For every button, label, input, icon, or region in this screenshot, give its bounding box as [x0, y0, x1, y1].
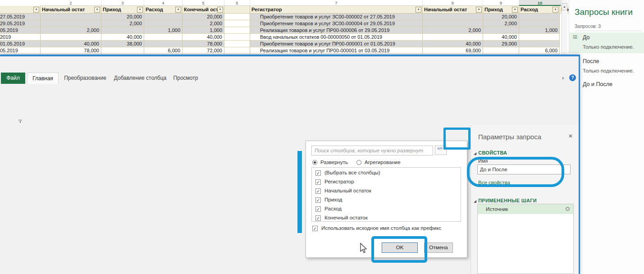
- column-checkbox-item[interactable]: ✓Приход: [315, 196, 460, 206]
- excel-cell[interactable]: [144, 20, 183, 27]
- excel-filter-header[interactable]: Начальный остат▾: [41, 6, 101, 14]
- excel-cell[interactable]: 05.2019: [0, 27, 41, 34]
- excel-cell[interactable]: 40,000: [483, 34, 519, 41]
- excel-cell[interactable]: [41, 20, 101, 27]
- scroll-up-icon[interactable]: ▲: [562, 3, 567, 10]
- checkbox-icon[interactable]: ✓: [315, 215, 321, 221]
- excel-cell[interactable]: [224, 41, 250, 47]
- column-checkbox-item[interactable]: ✓Регистратор: [315, 178, 460, 187]
- excel-cell[interactable]: 20,000: [483, 14, 519, 20]
- tab-add-column[interactable]: Добавление столбца: [112, 73, 169, 84]
- excel-cell[interactable]: 38,000: [101, 41, 144, 47]
- properties-section-header[interactable]: ◢СВОЙСТВА: [474, 148, 507, 156]
- excel-filter-header[interactable]: Конечный остат▾: [183, 6, 224, 14]
- checkbox-icon[interactable]: ✓: [315, 170, 321, 176]
- excel-cell[interactable]: 20,000: [101, 14, 144, 20]
- applied-steps-section-header[interactable]: ◢ПРИМЕНЕННЫЕ ШАГИ: [474, 196, 537, 204]
- tab-file[interactable]: Файл: [1, 73, 25, 84]
- tab-home[interactable]: Главная: [27, 73, 59, 84]
- checkbox-icon[interactable]: ✓: [315, 188, 321, 194]
- query-item-1[interactable]: До: [583, 34, 590, 41]
- excel-cell[interactable]: 1,000: [519, 27, 560, 34]
- excel-column-header-6[interactable]: 6: [224, 0, 250, 6]
- column-search-input[interactable]: Поиск столбцов, которые нужно развернут: [311, 146, 433, 155]
- excel-cell[interactable]: [41, 34, 101, 41]
- excel-cell[interactable]: 01.05.2019: [0, 41, 41, 47]
- excel-cell[interactable]: 29.05.2019: [0, 20, 41, 27]
- excel-cell[interactable]: 1,000: [183, 27, 224, 34]
- settings-close-icon[interactable]: ✕: [568, 133, 573, 139]
- excel-column-header-3[interactable]: 3: [101, 0, 144, 6]
- step-source[interactable]: Источник: [478, 204, 573, 214]
- excel-cell[interactable]: [101, 47, 144, 54]
- filter-dropdown-icon[interactable]: ▾: [512, 7, 518, 13]
- cancel-button[interactable]: Отмена: [424, 242, 453, 253]
- excel-cell[interactable]: 2,000: [101, 20, 144, 27]
- step-gear-icon[interactable]: [566, 207, 570, 211]
- query-item-3[interactable]: До и После: [583, 81, 612, 87]
- excel-filter-header[interactable]: Регистратор▾: [250, 6, 423, 14]
- excel-cell[interactable]: [483, 47, 519, 54]
- excel-cell[interactable]: 29,000: [483, 41, 519, 47]
- excel-cell[interactable]: [423, 14, 483, 20]
- excel-column-header-5[interactable]: 5: [183, 0, 224, 6]
- column-checkbox-item[interactable]: ✓Конечный остаток: [315, 215, 460, 224]
- excel-cell[interactable]: [423, 34, 483, 41]
- filter-dropdown-icon[interactable]: ▾: [175, 7, 181, 13]
- excel-column-header-2[interactable]: 2: [41, 0, 101, 6]
- excel-cell[interactable]: Реализация товаров и услуг ПР00-000006 о…: [250, 27, 423, 34]
- excel-cell[interactable]: 40,000: [423, 41, 483, 47]
- excel-filter-header[interactable]: Расход▾: [144, 6, 183, 14]
- excel-filter-header[interactable]: ▾: [0, 6, 41, 14]
- filter-dropdown-icon[interactable]: ▾: [33, 7, 39, 13]
- all-properties-link[interactable]: Все свойства: [478, 180, 510, 185]
- excel-cell[interactable]: 2,000: [183, 20, 224, 27]
- excel-cell[interactable]: Реализация товаров и услуг ПР00-000001 о…: [250, 47, 423, 54]
- excel-cell[interactable]: [101, 27, 144, 34]
- excel-cell[interactable]: [519, 14, 560, 20]
- excel-cell[interactable]: Приобретение товаров и услуг ЗС00-000004…: [250, 20, 423, 27]
- checkbox-icon[interactable]: ✓: [315, 197, 321, 203]
- excel-cell[interactable]: Приобретение товаров и услуг ЗС00-000002…: [250, 14, 423, 20]
- excel-cell[interactable]: 78,000: [41, 47, 101, 54]
- excel-cell[interactable]: [224, 47, 250, 54]
- filter-dropdown-icon[interactable]: ▾: [476, 7, 482, 13]
- quick-access-dropdown-icon[interactable]: ▾: [18, 118, 23, 123]
- collapse-ribbon-icon[interactable]: ∧: [562, 76, 565, 80]
- query-item-2[interactable]: После: [583, 58, 599, 64]
- query-name-input[interactable]: До и После: [477, 164, 571, 174]
- ok-button[interactable]: OK: [382, 242, 418, 253]
- excel-cell[interactable]: 20,000: [183, 14, 224, 20]
- excel-cell[interactable]: Приобретение товаров и услуг ПР00-000001…: [250, 41, 423, 47]
- excel-cell[interactable]: Ввод начальных остатков 00-00000050 от 0…: [250, 34, 423, 41]
- checkbox-icon[interactable]: ✓: [315, 206, 321, 212]
- sort-icon[interactable]: АЯ↓: [435, 146, 447, 155]
- excel-column-header-8[interactable]: 8: [423, 0, 483, 6]
- prefix-checkbox[interactable]: ✓: [312, 226, 318, 231]
- excel-cell[interactable]: [519, 41, 560, 47]
- excel-cell[interactable]: 78,000: [183, 41, 224, 47]
- filter-dropdown-icon[interactable]: ▾: [94, 7, 100, 13]
- excel-cell[interactable]: [519, 20, 560, 27]
- excel-filter-header[interactable]: Начальный остат▾: [423, 6, 483, 14]
- excel-cell[interactable]: 72,000: [183, 47, 224, 54]
- filter-dropdown-icon[interactable]: ▾: [217, 7, 223, 13]
- excel-column-header-7[interactable]: 7: [250, 0, 423, 6]
- help-icon[interactable]: ?: [569, 74, 576, 81]
- filter-dropdown-icon[interactable]: ▾: [416, 7, 421, 13]
- excel-cell[interactable]: 6,000: [144, 47, 183, 54]
- filter-dropdown-icon[interactable]: ▾: [137, 7, 143, 13]
- excel-column-header-10[interactable]: 10: [519, 0, 561, 6]
- excel-cell[interactable]: 40,000: [41, 41, 101, 47]
- column-checkbox-item[interactable]: ✓Расход: [315, 206, 460, 215]
- excel-cell[interactable]: 2,000: [483, 20, 519, 27]
- excel-cell[interactable]: [519, 34, 560, 41]
- excel-cell[interactable]: 40,000: [101, 34, 144, 41]
- filter-dropdown-icon[interactable]: ▾: [553, 7, 558, 13]
- radio-aggregate[interactable]: [356, 160, 361, 165]
- excel-cell[interactable]: [224, 34, 250, 41]
- tab-view[interactable]: Просмотр: [171, 73, 200, 84]
- excel-cell[interactable]: 2,000: [41, 27, 101, 34]
- column-checkbox-item[interactable]: ✓(Выбрать все столбцы): [315, 169, 460, 178]
- excel-filter-header[interactable]: Приход▾: [101, 6, 144, 14]
